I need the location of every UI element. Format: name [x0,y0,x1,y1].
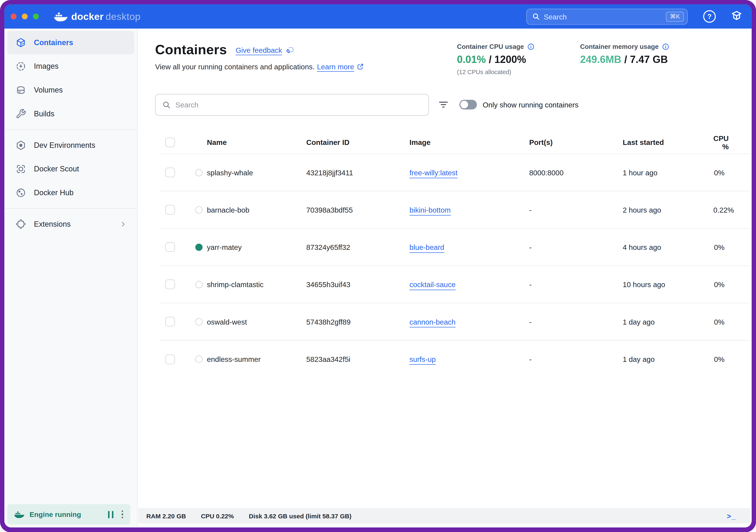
maximize-window-button[interactable] [33,14,39,19]
row-checkbox[interactable] [165,205,175,215]
column-header-ports: Port(s) [529,138,623,146]
image-link[interactable]: bikini-bottom [410,206,451,214]
learn-more-link[interactable]: Learn more [317,63,364,71]
container-last-started: 10 hours ago [623,280,714,289]
sidebar-item-extensions[interactable]: Extensions [7,213,134,236]
table-row[interactable]: endless-summer 5823aa342f5i surfs-up - 1… [160,341,749,378]
container-last-started: 2 hours ago [623,206,714,214]
container-cpu-percent: 0% [713,355,749,363]
table-row[interactable]: shrimp-clamtastic 34655h3uif43 cocktail-… [160,266,749,303]
column-header-image: Image [410,138,529,146]
help-button[interactable]: ? [703,10,716,23]
sidebar-item-docker-hub[interactable]: Docker Hub [7,181,134,204]
resource-footer: RAM 2.20 GB CPU 0.22% Disk 3.62 GB used … [138,508,750,523]
row-checkbox[interactable] [165,354,175,364]
sidebar: Containers Images Volumes [4,29,138,527]
table-row[interactable]: barnacle-bob 70398a3bdf55 bikini-bottom … [160,191,749,229]
table-row[interactable]: splashy-whale 43218j8jjf3411 free-willy:… [160,154,749,191]
column-header-last-started: Last started [623,138,714,146]
global-search[interactable]: ⌘K [526,9,688,24]
image-link[interactable]: free-willy:latest [410,168,458,177]
row-checkbox[interactable] [165,168,175,177]
builds-wrench-icon [15,108,27,120]
main-content: Containers Give feedback View all your r… [138,29,751,527]
sidebar-item-builds[interactable]: Builds [7,102,134,125]
close-window-button[interactable] [11,14,16,19]
learning-center-button[interactable] [730,10,743,23]
page-description: View all your running containers and app… [155,63,315,71]
column-header-name: Name [195,138,306,146]
container-last-started: 4 hours ago [623,243,714,251]
select-all-checkbox[interactable] [165,137,175,147]
status-dot [195,281,202,288]
info-icon[interactable] [527,43,535,50]
engine-menu-button[interactable] [122,511,123,519]
table-row[interactable]: yarr-matey 87324y65ff32 blue-beard - 4 h… [160,229,749,266]
column-header-container-id: Container ID [306,138,410,146]
terminal-button[interactable]: >_ [727,512,742,520]
engine-status[interactable]: Engine running [7,504,130,524]
status-dot [195,243,202,251]
image-link[interactable]: cocktail-sauce [410,280,455,289]
container-cpu-percent: 0% [713,243,749,251]
running-only-toggle[interactable] [459,100,477,110]
table-header-row: Name Container ID Image Port(s) Last sta… [160,131,749,154]
help-glyph: ? [707,13,712,20]
sidebar-item-images[interactable]: Images [7,55,134,78]
sidebar-item-containers[interactable]: Containers [7,31,134,54]
containers-icon [15,37,27,48]
container-cpu-percent: 0% [713,168,749,177]
container-name: oswald-west [207,317,247,326]
container-search[interactable] [155,94,429,115]
row-checkbox[interactable] [165,242,175,252]
memory-usage-limit: / 7.47 GB [624,54,668,65]
topbar: docker desktop ⌘K ? [4,4,752,29]
pause-engine-button[interactable] [108,511,113,518]
cpu-usage-value: 0.01% [457,54,486,65]
page-title: Containers [155,42,227,58]
search-shortcut-badge: ⌘K [666,12,684,21]
container-ports: - [529,206,623,214]
docker-desktop-logo: docker desktop [53,11,140,22]
image-link[interactable]: surfs-up [410,355,436,363]
container-ports: - [529,355,623,363]
container-name: yarr-matey [207,243,242,251]
sidebar-item-dev-environments[interactable]: Dev Environments [7,134,134,157]
memory-usage-stat: Container memory usage 249.6MB/ 7.47 GB [580,43,669,65]
container-search-input[interactable] [176,100,422,109]
give-feedback-link[interactable]: Give feedback [236,45,295,54]
container-ports: - [529,280,623,289]
sidebar-item-label: Dev Environments [34,141,95,150]
table-row[interactable]: oswald-west 57438h2gff89 cannon-beach - … [160,303,749,341]
container-name: barnacle-bob [207,206,249,214]
sidebar-item-volumes[interactable]: Volumes [7,78,134,102]
info-icon[interactable] [662,43,669,50]
minimize-window-button[interactable] [22,14,28,19]
container-id: 70398a3bdf55 [306,206,410,214]
container-last-started: 1 hour ago [623,168,714,177]
sidebar-item-label: Extensions [34,220,71,229]
container-ports: - [529,243,623,251]
container-name: shrimp-clamtastic [207,280,263,289]
filter-button[interactable] [438,99,449,110]
sidebar-item-label: Volumes [34,86,63,94]
row-checkbox[interactable] [165,317,175,326]
sidebar-item-docker-scout[interactable]: Docker Scout [7,157,134,181]
container-name: endless-summer [207,355,260,363]
container-id: 57438h2gff89 [306,317,410,326]
image-link[interactable]: blue-beard [410,243,444,251]
row-checkbox[interactable] [165,279,175,289]
brand-desktop: desktop [106,11,141,22]
cpu-usage: CPU 0.22% [201,512,234,519]
status-dot [195,318,202,325]
image-link[interactable]: cannon-beach [410,317,455,326]
learning-center-icon [730,10,743,23]
container-last-started: 1 day ago [623,355,714,363]
learn-more-label: Learn more [317,63,354,71]
images-icon [15,61,27,72]
extensions-puzzle-icon [15,218,27,230]
global-search-input[interactable] [544,13,666,21]
traffic-lights [11,14,39,19]
sidebar-item-label: Docker Hub [34,189,73,197]
sidebar-item-label: Containers [34,38,73,47]
